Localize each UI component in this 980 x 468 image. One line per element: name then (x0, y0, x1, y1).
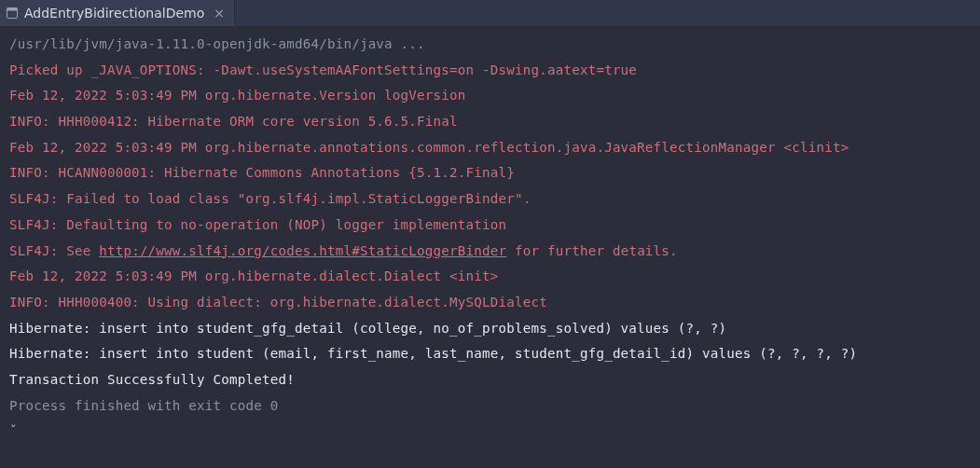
console-line: SLF4J: Failed to load class "org.slf4j.i… (9, 186, 971, 213)
run-tab[interactable]: AddEntryBidirectionalDemo × (0, 0, 235, 26)
console-line: /usr/lib/jvm/java-1.11.0-openjdk-amd64/b… (9, 32, 971, 58)
console-line: INFO: HHH000400: Using dialect: org.hibe… (9, 290, 971, 316)
console-output: /usr/lib/jvm/java-1.11.0-openjdk-amd64/b… (0, 26, 980, 454)
console-link[interactable]: http://www.slf4j.org/codes.html#StaticLo… (99, 243, 506, 258)
close-icon[interactable]: × (210, 7, 225, 20)
run-configuration-icon (6, 7, 19, 20)
console-line: Feb 12, 2022 5:03:49 PM org.hibernate.di… (9, 264, 971, 290)
console-line: Hibernate: insert into student (email, f… (9, 341, 971, 367)
console-line: SLF4J: Defaulting to no-operation (NOP) … (9, 213, 971, 239)
console-line: Transaction Successfully Completed! (9, 367, 971, 393)
console-line: Feb 12, 2022 5:03:49 PM org.hibernate.an… (9, 135, 971, 161)
console-line: SLF4J: See http://www.slf4j.org/codes.ht… (9, 239, 971, 265)
console-line: Hibernate: insert into student_gfg_detai… (9, 316, 971, 342)
run-tab-title: AddEntryBidirectionalDemo (24, 6, 204, 21)
console-line: INFO: HCANN000001: Hibernate Commons Ann… (9, 160, 971, 186)
tab-bar: AddEntryBidirectionalDemo × (0, 0, 980, 26)
console-line: Picked up _JAVA_OPTIONS: -Dawt.useSystem… (9, 58, 971, 84)
console-line: Process finished with exit code 0 (9, 393, 971, 420)
console-line: INFO: HHH000412: Hibernate ORM core vers… (9, 109, 971, 135)
console-line: Feb 12, 2022 5:03:49 PM org.hibernate.Ve… (9, 83, 971, 109)
console-line: ˇ (9, 419, 971, 445)
svg-rect-1 (7, 8, 18, 11)
